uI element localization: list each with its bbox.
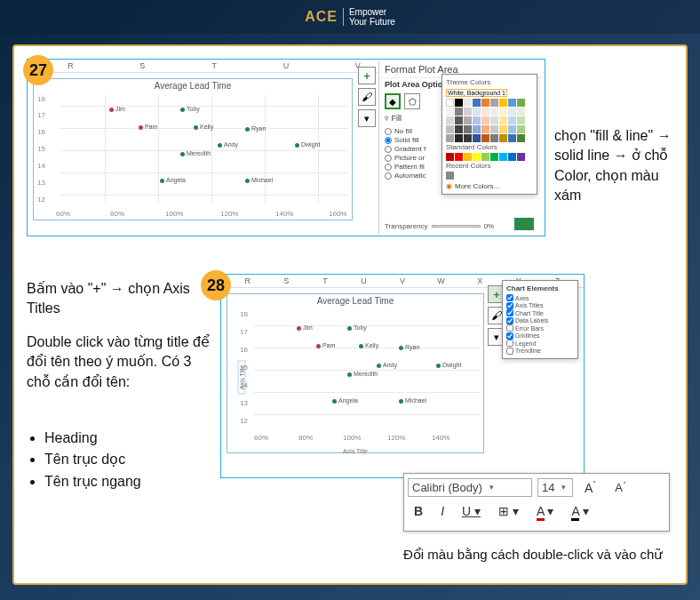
slide-card: 27 RSTUVWX Average Lead Time 18171615141… [12,44,688,585]
point-angela[interactable] [160,179,164,183]
step-badge-27: 27 [23,55,53,85]
increase-font-button[interactable]: A˄ [578,477,603,498]
decrease-font-button[interactable]: A˅ [609,478,632,497]
point-pam[interactable] [139,125,143,130]
point-kelly[interactable] [194,125,198,130]
font-size-select[interactable]: 14 [537,478,573,497]
chart-elements-popup: Chart Elements Axes Axis Titles Chart Ti… [502,280,578,359]
step-badge-28: 28 [201,270,231,300]
point-toby[interactable] [180,108,185,112]
point-meredith[interactable] [180,152,185,156]
effects-icon[interactable]: ⬠ [404,93,420,109]
logo-tagline: EmpowerYour Future [349,7,395,27]
logo: ACE EmpowerYour Future [305,7,395,27]
chart-styles-button[interactable]: 🖌 [358,88,376,106]
fill-line-icon[interactable]: ◆ [385,93,401,109]
font-color-button[interactable]: A ▾ [565,501,594,521]
format-plot-area-pane: Format Plot Area Plot Area Optio ◆ ⬠ ▿ F… [378,61,543,234]
transparency-control[interactable]: Transparency0% [385,222,494,230]
instruction-28-list: HeadingTên trục dọcTên trục ngang [44,428,204,493]
italic-button[interactable]: I [434,501,450,521]
chart-filter-button[interactable]: ▾ [358,109,376,127]
font-mini-toolbar: Calibri (Body) 14 A˄ A˅ B I U ▾ ⊞ ▾ A ▾ … [403,473,670,532]
logo-text: ACE [305,9,338,25]
instruction-28-a: Bấm vào "+" → chọn Axis Titles [27,279,204,319]
fill-color-button[interactable]: A ▾ [530,501,560,521]
x-axis-title[interactable]: Axis Title [343,448,368,454]
border-button[interactable]: ⊞ ▾ [492,501,525,521]
point-dwight[interactable] [295,143,299,148]
color-picker-popup: Theme Colors White, Background 1 Standar… [441,74,537,195]
green-highlight-arrow [514,218,534,230]
underline-button[interactable]: U ▾ [456,501,487,521]
more-colors-button[interactable]: ◉More Colors... [446,182,533,190]
chart-elements-button[interactable]: + [358,67,376,84]
point-andy[interactable] [218,143,222,148]
chart-title[interactable]: Average Lead Time [34,79,352,92]
bold-button[interactable]: B [408,501,429,521]
instruction-27: chọn "fill & line" → solid line → ở chỗ … [554,126,686,206]
point-jim[interactable] [109,108,114,112]
font-family-select[interactable]: Calibri (Body) [408,478,532,497]
instruction-28-b: Double click vào từng title để đổi tên t… [27,332,213,392]
point-ryan[interactable] [245,127,250,132]
color-tooltip: White, Background 1 [446,89,507,97]
screenshot-28: RSTUVWXYZ Average Lead Time Axis Title A… [220,274,585,478]
screenshot-27: RSTUVWX Average Lead Time 18171615141312… [27,59,545,236]
chart-27[interactable]: Average Lead Time 18171615141312 60%80%1… [33,78,353,220]
chart-28[interactable]: Average Lead Time Axis Title Axis Title … [227,293,484,453]
point-michael[interactable] [245,179,250,183]
branding-header: ACE EmpowerYour Future [0,0,700,34]
logo-divider [343,8,344,26]
instruction-28-c: Đổi màu bằng cách double-click và vào ch… [403,546,670,564]
chart-title-28[interactable]: Average Lead Time [227,294,483,308]
